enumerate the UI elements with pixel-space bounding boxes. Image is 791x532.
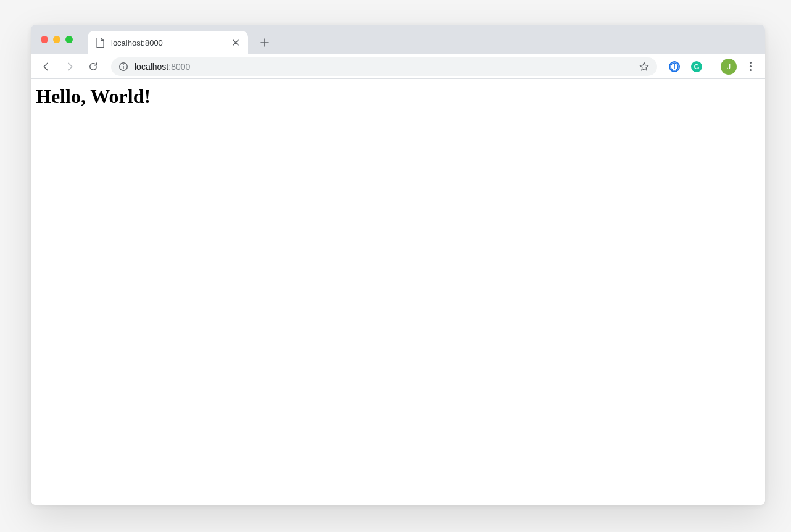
browser-tab[interactable]: localhost:8000 (88, 31, 248, 54)
reload-button[interactable] (84, 57, 102, 76)
svg-point-5 (674, 64, 675, 65)
profile-avatar[interactable]: J (721, 59, 737, 75)
toolbar-divider (713, 60, 713, 73)
tab-title: localhost:8000 (111, 38, 231, 48)
site-info-icon[interactable] (118, 62, 128, 72)
bookmark-star-icon[interactable] (639, 61, 650, 72)
url-text: localhost:8000 (135, 62, 190, 72)
window-minimize-button[interactable] (53, 36, 60, 43)
new-tab-button[interactable] (255, 33, 274, 52)
url-port: :8000 (168, 62, 190, 72)
svg-rect-2 (123, 66, 123, 69)
page-content: Hello, World! (31, 79, 765, 505)
browser-window: localhost:8000 (31, 25, 765, 505)
forward-button[interactable] (60, 57, 79, 76)
back-button[interactable] (37, 57, 56, 76)
window-maximize-button[interactable] (65, 36, 73, 43)
profile-initial: J (727, 62, 731, 71)
toolbar: localhost:8000 G J (31, 54, 765, 79)
tab-close-button[interactable] (231, 38, 241, 48)
page-heading: Hello, World! (36, 85, 760, 108)
url-host: localhost (135, 62, 168, 72)
window-close-button[interactable] (41, 36, 48, 43)
address-bar[interactable]: localhost:8000 (111, 57, 657, 76)
tab-strip: localhost:8000 (31, 25, 765, 54)
window-controls (41, 36, 73, 43)
file-icon (95, 38, 105, 48)
browser-menu-button[interactable] (742, 58, 759, 75)
svg-point-1 (123, 64, 124, 65)
extension-1password-icon[interactable] (666, 58, 683, 75)
extension-grammarly-icon[interactable]: G (688, 58, 705, 75)
